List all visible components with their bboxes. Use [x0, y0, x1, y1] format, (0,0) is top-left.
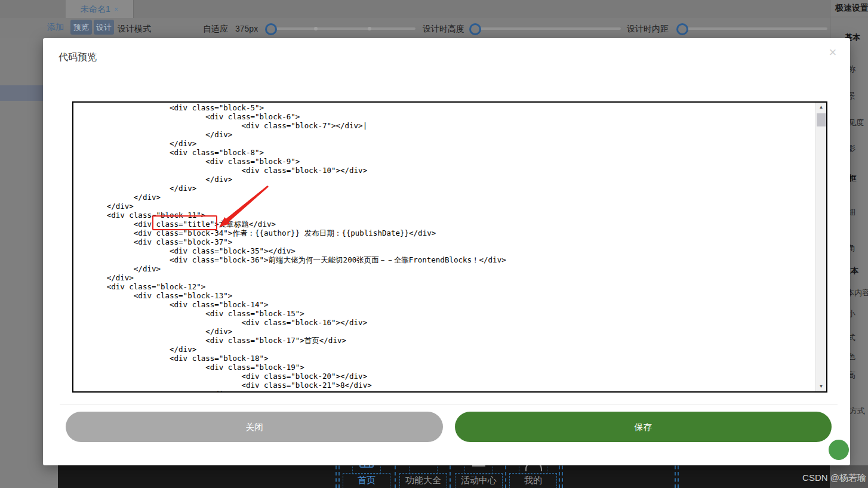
design-padding-slider-track[interactable]	[687, 27, 827, 30]
slider-tick	[368, 27, 371, 30]
adaptive-slider-handle[interactable]	[265, 23, 277, 35]
annotation-highlight-box	[152, 215, 217, 230]
tabbar-item-活动中心[interactable]: 活动中心	[455, 473, 503, 488]
adaptive-value: 375px	[235, 24, 258, 33]
tab-title: 未命名1	[81, 4, 110, 14]
adaptive-label: 自适应	[203, 24, 228, 35]
code-preview-modal: 代码预览 × <div class="block-5"> <div class=…	[43, 38, 850, 465]
scrollbar-thumb[interactable]	[817, 113, 826, 126]
code-content[interactable]: <div class="block-5"> <div class="block-…	[73, 103, 816, 391]
quick-settings-title: 极速设置	[835, 3, 868, 14]
adaptive-slider-track[interactable]	[275, 27, 415, 30]
footer-divider	[60, 404, 838, 404]
scroll-up-icon[interactable]: ▲	[816, 103, 826, 112]
scrollbar[interactable]: ▲ ▼	[815, 103, 826, 391]
design-height-label: 设计时高度	[423, 24, 464, 35]
slider-tick	[314, 27, 318, 30]
design-padding-label: 设计时内距	[627, 24, 669, 35]
page-builder-screen: 未命名1× 添加 预览 设计 设计模式 自适应 375px 设计时高度 设计时内…	[0, 0, 868, 488]
design-height-slider-track[interactable]	[479, 27, 621, 30]
design-mode-label: 设计模式	[118, 24, 151, 35]
tabbar-item-功能大全[interactable]: 功能大全	[399, 473, 447, 488]
tab-untitled[interactable]: 未命名1×	[66, 0, 134, 18]
sidebar-selected-row[interactable]	[0, 85, 48, 101]
annotation-arrow-icon	[212, 179, 278, 233]
save-button[interactable]: 保存	[455, 412, 832, 442]
modal-close-icon[interactable]: ×	[824, 44, 841, 61]
design-button[interactable]: 设计	[94, 20, 114, 35]
panel-divider	[830, 17, 868, 17]
design-height-slider-handle[interactable]	[469, 23, 481, 35]
tabbar-item-首页[interactable]: 首页	[343, 473, 390, 488]
floating-action-button[interactable]	[829, 440, 849, 460]
scroll-down-icon[interactable]: ▼	[816, 382, 826, 391]
add-button[interactable]: 添加	[47, 22, 64, 33]
design-padding-slider-handle[interactable]	[676, 23, 688, 35]
tabbar-item-我的[interactable]: 我的	[509, 473, 557, 488]
tab-close-icon[interactable]: ×	[114, 5, 118, 14]
code-editor[interactable]: <div class="block-5"> <div class="block-…	[72, 101, 827, 393]
modal-title: 代码预览	[59, 51, 97, 64]
watermark: CSDN @杨若瑜	[802, 472, 866, 484]
preview-button[interactable]: 预览	[70, 20, 92, 35]
close-button[interactable]: 关闭	[66, 412, 443, 442]
